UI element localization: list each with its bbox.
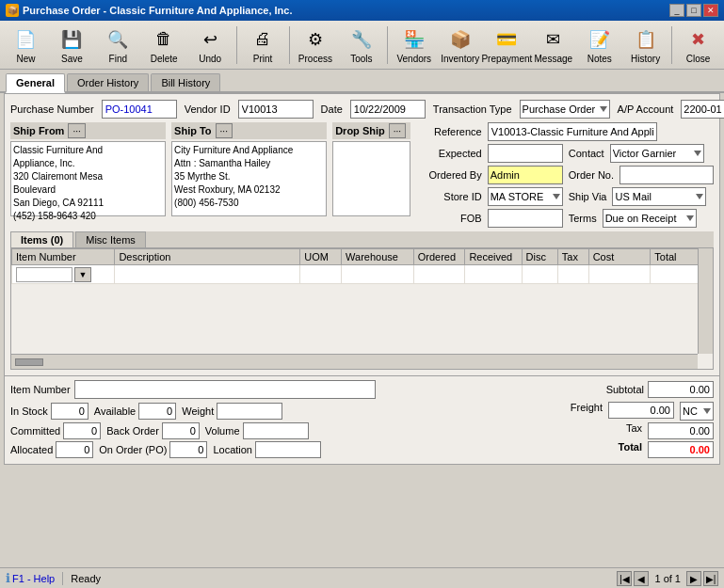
stats-spacer-2 <box>314 422 620 439</box>
new-button[interactable]: 📄 New <box>4 24 48 67</box>
ship-to-label: Ship To <box>174 125 212 136</box>
tools-button[interactable]: 🔧 Tools <box>339 24 383 67</box>
ship-from-address: Classic Furniture AndAppliance, Inc.320 … <box>10 141 166 216</box>
minimize-button[interactable]: _ <box>669 4 684 17</box>
inventory-label: Inventory <box>441 54 479 64</box>
order-no-label: Order No. <box>569 169 614 181</box>
notes-button[interactable]: 📝 Notes <box>577 24 621 67</box>
print-button[interactable]: 🖨 Print <box>241 24 285 67</box>
process-button[interactable]: ⚙ Process <box>293 24 337 67</box>
subtotal-input[interactable] <box>648 381 714 398</box>
vendors-label: Vendors <box>396 54 431 64</box>
info-icon: ℹ <box>6 571 10 585</box>
item-lookup-button[interactable]: ▼ <box>74 267 91 282</box>
purchase-number-input[interactable] <box>102 100 177 119</box>
fob-input[interactable] <box>488 209 563 228</box>
scroll-thumb <box>15 358 43 366</box>
help-label[interactable]: F1 - Help <box>12 573 55 584</box>
transaction-type-label: Transaction Type <box>433 103 512 115</box>
toolbar-separator-1 <box>236 26 237 64</box>
vendors-button[interactable]: 🏪 Vendors <box>392 24 436 67</box>
prepayment-button[interactable]: 💳 Prepayment <box>484 24 529 67</box>
tab-bill-history[interactable]: Bill History <box>151 73 220 91</box>
inventory-button[interactable]: 📦 Inventory <box>438 24 482 67</box>
cell-uom <box>300 265 342 284</box>
store-id-select[interactable]: MA STORE <box>488 187 563 206</box>
tab-items[interactable]: Items (0) <box>10 231 73 247</box>
message-button[interactable]: ✉ Message <box>531 24 575 67</box>
tab-general[interactable]: General <box>6 73 65 93</box>
expected-input[interactable] <box>488 144 563 163</box>
process-label: Process <box>298 54 332 64</box>
weight-input[interactable] <box>217 403 282 420</box>
tax-input[interactable] <box>648 422 714 439</box>
reference-input[interactable] <box>488 122 657 141</box>
close-window-button[interactable]: ✕ <box>703 4 718 17</box>
close-label: Close <box>686 54 711 64</box>
undo-label: Undo <box>199 54 221 64</box>
volume-input[interactable] <box>243 422 309 439</box>
allocated-input[interactable] <box>56 441 93 458</box>
total-input[interactable] <box>648 441 714 458</box>
ship-to-button[interactable]: ··· <box>216 123 233 138</box>
ship-from-button[interactable]: ··· <box>68 123 85 138</box>
stats-row-3: Allocated On Order (PO) Location Total <box>10 441 714 458</box>
tab-misc-items[interactable]: Misc Items <box>75 231 146 247</box>
tab-order-history[interactable]: Order History <box>67 73 149 91</box>
available-label: Available <box>94 405 136 417</box>
undo-button[interactable]: ↩ Undo <box>188 24 233 67</box>
page-next-button[interactable]: ▶ <box>686 571 701 586</box>
drop-ship-container: Drop Ship ··· <box>332 122 410 228</box>
page-prev-button[interactable]: ◀ <box>634 571 649 586</box>
on-order-input[interactable] <box>169 441 207 458</box>
ordered-by-select[interactable]: Admin <box>488 166 563 184</box>
table-horizontal-scrollbar[interactable] <box>11 354 698 369</box>
maximize-button[interactable]: □ <box>686 4 701 17</box>
col-cost: Cost <box>588 249 651 265</box>
in-stock-label: In Stock <box>10 405 48 417</box>
page-first-button[interactable]: |◀ <box>617 571 632 586</box>
back-order-field: Back Order <box>106 422 200 439</box>
col-disc: Disc <box>522 249 557 265</box>
contact-select[interactable]: Victor Garnier <box>610 144 704 163</box>
ordered-by-order-no-row: Ordered By Admin Order No. <box>416 166 714 184</box>
item-number-cell-input[interactable] <box>16 267 72 282</box>
bottom-section: Item Number Subtotal In Stock Available … <box>4 376 720 465</box>
col-description: Description <box>115 249 300 265</box>
date-input[interactable] <box>350 100 426 119</box>
col-item-number: Item Number <box>12 249 115 265</box>
delete-button[interactable]: 🗑 Delete <box>142 24 186 67</box>
reference-label: Reference <box>416 126 482 137</box>
terms-select[interactable]: Due on Receipt <box>603 209 697 228</box>
save-button[interactable]: 💾 Save <box>50 24 94 67</box>
close-button[interactable]: ✖ Close <box>676 24 720 67</box>
item-number-bottom-input[interactable] <box>74 380 376 399</box>
page-last-button[interactable]: ▶| <box>703 571 718 586</box>
pagination: |◀ ◀ 1 of 1 ▶ ▶| <box>617 571 718 586</box>
committed-input[interactable] <box>63 422 101 439</box>
find-button[interactable]: 🔍 Find <box>96 24 140 67</box>
toolbar: 📄 New 💾 Save 🔍 Find 🗑 Delete ↩ Undo 🖨 Pr… <box>0 21 724 70</box>
order-no-input[interactable] <box>619 166 714 184</box>
ship-via-select[interactable]: US Mail <box>612 187 706 206</box>
ap-account-select[interactable]: 2200-01 <box>681 100 724 119</box>
history-button[interactable]: 📋 History <box>623 24 668 67</box>
tools-icon: 🔧 <box>348 26 375 53</box>
freight-input[interactable] <box>608 402 674 419</box>
back-order-input[interactable] <box>162 422 200 439</box>
location-input[interactable] <box>255 441 321 458</box>
items-table: Item Number Description UOM Warehouse Or… <box>11 248 713 284</box>
freight-code-select[interactable]: NC <box>680 402 714 421</box>
drop-ship-button[interactable]: ··· <box>389 123 406 138</box>
form-row-1: Purchase Number Vendor ID Date Transacti… <box>10 100 714 119</box>
cell-received <box>465 265 522 284</box>
in-stock-input[interactable] <box>51 403 88 420</box>
transaction-type-select[interactable]: Purchase Order <box>520 100 610 119</box>
cell-description <box>115 265 300 284</box>
table-row-1[interactable]: ▼ <box>12 265 713 284</box>
cell-item-number[interactable]: ▼ <box>12 265 115 284</box>
table-vertical-scrollbar[interactable] <box>698 248 713 354</box>
vendor-id-input[interactable] <box>238 100 314 119</box>
available-input[interactable] <box>138 403 176 420</box>
prepayment-label: Prepayment <box>481 54 532 64</box>
